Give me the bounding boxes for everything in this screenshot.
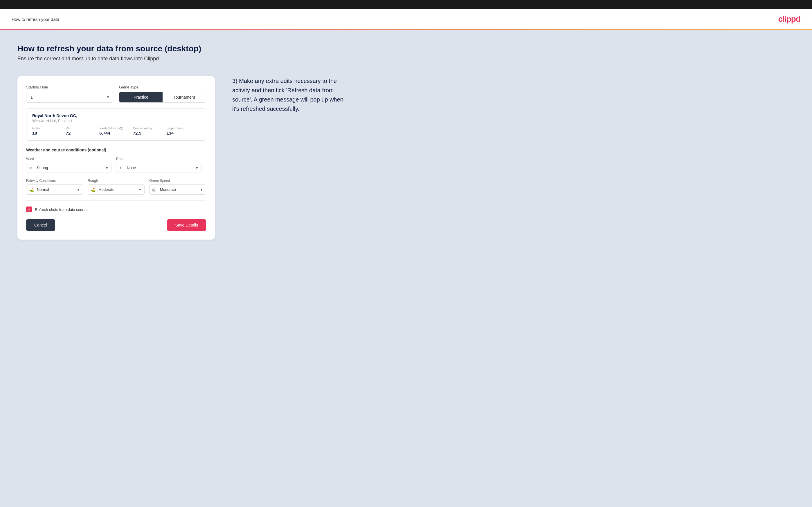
stat-par-value: 72 [66, 130, 71, 135]
wind-select-wrapper: ≋ Strong None Light Moderate ▼ [26, 163, 111, 173]
conditions-row-2: Fairway Conditions ⛳ Normal Soft Hard ▼ … [26, 179, 206, 194]
header: How to refresh your data clippd [0, 9, 812, 30]
form-divider [26, 201, 206, 201]
course-name: Royal North Devon GC, [32, 113, 200, 118]
green-speed-select[interactable]: Moderate Slow Fast [149, 184, 206, 194]
game-type-label: Game Type [119, 85, 206, 89]
refresh-checkbox-row: ✓ Refresh shots from data source [26, 207, 206, 212]
rain-select[interactable]: None Light Heavy [116, 163, 201, 173]
page-subheading: Ensure the correct and most up to date d… [17, 56, 795, 62]
stat-yards-value: 6,744 [99, 130, 110, 135]
stat-yards: Yards/White (M)) 6,744 [99, 126, 133, 136]
stat-par: Par 72 [66, 126, 100, 136]
stat-yards-label: Yards/White (M)) [99, 126, 133, 130]
wind-group: Wind ≋ Strong None Light Moderate ▼ [26, 157, 111, 173]
refresh-checkbox-label: Refresh shots from data source [35, 207, 87, 212]
save-button[interactable]: Save Details [167, 219, 206, 231]
logo: clippd [778, 14, 800, 24]
top-bar [0, 0, 812, 9]
game-type-buttons: Practice Tournament [119, 92, 206, 103]
rain-select-wrapper: ✦ None Light Heavy ▼ [116, 163, 201, 173]
starting-hole-wrapper: 1 10 ▼ [26, 92, 113, 103]
starting-hole-label: Starting Hole [26, 85, 113, 89]
rain-group: Rain ✦ None Light Heavy ▼ [116, 157, 201, 173]
wind-label: Wind [26, 157, 111, 161]
green-select-wrapper: ◎ Moderate Slow Fast ▼ [149, 184, 206, 194]
starting-hole-group: Starting Hole 1 10 ▼ [26, 85, 113, 103]
green-speed-group: Green Speed ◎ Moderate Slow Fast ▼ [149, 179, 206, 194]
main-content: How to refresh your data from source (de… [0, 30, 812, 502]
refresh-checkbox[interactable]: ✓ [26, 207, 32, 212]
weather-section-title: Weather and course conditions (optional) [26, 148, 206, 152]
stat-course-rating-value: 72.5 [133, 130, 141, 135]
stat-slope-rating-value: 134 [166, 130, 173, 135]
stat-holes: Holes 18 [32, 126, 66, 136]
form-actions: Cancel Save Details [26, 219, 206, 231]
starting-hole-select[interactable]: 1 10 [26, 92, 113, 103]
course-info-box: Royal North Devon GC, Westward Ho!, Engl… [26, 109, 206, 141]
page-heading: How to refresh your data from source (de… [17, 44, 795, 53]
stat-course-rating-label: Course rating [133, 126, 167, 130]
form-row-top: Starting Hole 1 10 ▼ Game Type Practice … [26, 85, 206, 103]
fairway-group: Fairway Conditions ⛳ Normal Soft Hard ▼ [26, 179, 83, 194]
sidebar-description: 3) Make any extra edits necessary to the… [232, 76, 348, 113]
course-location: Westward Ho!, England [32, 119, 200, 123]
checkmark-icon: ✓ [28, 207, 31, 212]
stat-holes-label: Holes [32, 126, 66, 130]
header-title: How to refresh your data [12, 17, 59, 22]
rough-group: Rough ⛳ Moderate Light Heavy ▼ [88, 179, 145, 194]
stat-par-label: Par [66, 126, 100, 130]
course-stats: Holes 18 Par 72 Yards/White (M)) 6,744 C… [32, 126, 200, 136]
green-speed-label: Green Speed [149, 179, 206, 183]
tournament-button[interactable]: Tournament [163, 92, 206, 102]
cancel-button[interactable]: Cancel [26, 219, 55, 231]
content-layout: Starting Hole 1 10 ▼ Game Type Practice … [17, 76, 795, 239]
practice-button[interactable]: Practice [119, 92, 163, 102]
fairway-select[interactable]: Normal Soft Hard [26, 184, 83, 194]
stat-slope-rating-label: Slope rating [166, 126, 200, 130]
stat-holes-value: 18 [32, 130, 37, 135]
fairway-label: Fairway Conditions [26, 179, 83, 183]
form-card: Starting Hole 1 10 ▼ Game Type Practice … [17, 76, 215, 239]
fairway-select-wrapper: ⛳ Normal Soft Hard ▼ [26, 184, 83, 194]
sidebar-text: 3) Make any extra edits necessary to the… [232, 76, 348, 113]
stat-slope-rating: Slope rating 134 [166, 126, 200, 136]
footer: Copyright Clippd 2022 [0, 502, 812, 507]
game-type-group: Game Type Practice Tournament [119, 85, 206, 103]
rough-select-wrapper: ⛳ Moderate Light Heavy ▼ [88, 184, 145, 194]
wind-select[interactable]: Strong None Light Moderate [26, 163, 111, 173]
rough-select[interactable]: Moderate Light Heavy [88, 184, 145, 194]
rain-label: Rain [116, 157, 201, 161]
conditions-row-1: Wind ≋ Strong None Light Moderate ▼ Rain [26, 157, 206, 173]
rough-label: Rough [88, 179, 145, 183]
stat-course-rating: Course rating 72.5 [133, 126, 167, 136]
